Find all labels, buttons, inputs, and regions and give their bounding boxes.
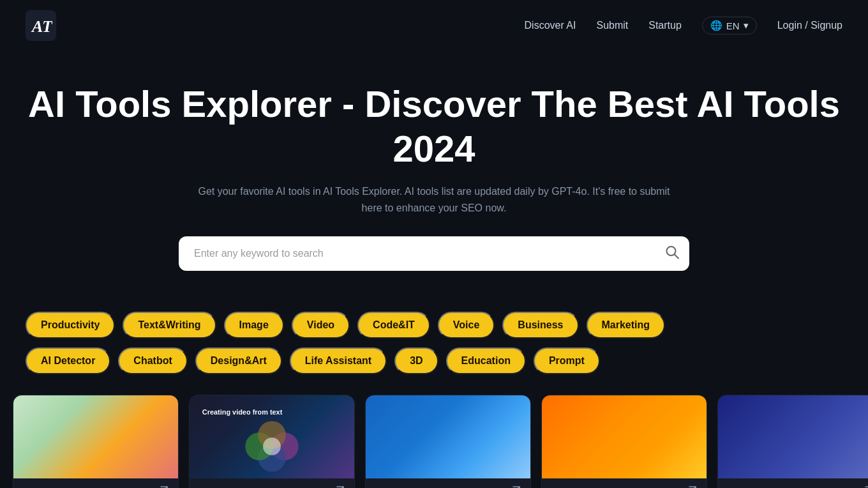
svg-line-2 bbox=[675, 255, 678, 259]
card-deepl[interactable]: DeepL# What is DeepL? DeepL is recognize… bbox=[717, 395, 868, 488]
search-container bbox=[179, 236, 689, 271]
card-thumbnail-sora: Creating video from text bbox=[190, 395, 354, 478]
logo[interactable]: AT bbox=[26, 10, 56, 41]
tag-ai-detector[interactable]: AI Detector bbox=[26, 347, 110, 374]
tag-prompt[interactable]: Prompt bbox=[534, 347, 600, 374]
tag-education[interactable]: Education bbox=[446, 347, 526, 374]
tag-text-writing[interactable]: Text&Writing bbox=[123, 312, 216, 339]
cards-section: OpenAI# What is OpenAI? OpenAI is a comp… bbox=[0, 374, 868, 488]
tag-voice[interactable]: Voice bbox=[438, 312, 495, 339]
tags-section: ProductivityText&WritingImageVideoCode&I… bbox=[0, 296, 868, 374]
tag-design-art[interactable]: Design&Art bbox=[195, 347, 282, 374]
card-gemini[interactable]: Gemini# What is Gemini? Gemini is a plat… bbox=[365, 395, 531, 488]
svg-point-10 bbox=[263, 438, 281, 455]
nav-startup[interactable]: Startup bbox=[648, 20, 682, 31]
card-openai[interactable]: OpenAI# What is OpenAI? OpenAI is a comp… bbox=[13, 395, 179, 488]
svg-text:Creating video from text: Creating video from text bbox=[202, 409, 283, 416]
svg-text:AT: AT bbox=[31, 17, 52, 36]
card-sora[interactable]: Creating video from textSora# What is So… bbox=[189, 395, 355, 488]
tag-productivity[interactable]: Productivity bbox=[26, 312, 115, 339]
tag-code-it[interactable]: Code&IT bbox=[357, 312, 430, 339]
tags-row-2: AI DetectorChatbotDesign&ArtLife Assista… bbox=[26, 347, 842, 374]
nav-submit[interactable]: Submit bbox=[596, 20, 628, 31]
tag-chatbot[interactable]: Chatbot bbox=[118, 347, 187, 374]
logo-icon: AT bbox=[26, 10, 56, 41]
card-adobe[interactable]: Adobe# What is Adobe? Adobe is a leading… bbox=[541, 395, 707, 488]
lang-label: EN bbox=[726, 20, 740, 31]
language-selector[interactable]: 🌐 EN ▾ bbox=[702, 17, 757, 34]
search-icon bbox=[665, 245, 679, 259]
card-thumbnail-gemini bbox=[366, 395, 530, 478]
tag-video[interactable]: Video bbox=[292, 312, 350, 339]
search-button[interactable] bbox=[665, 245, 679, 263]
hero-section: AI Tools Explorer - Discover The Best AI… bbox=[0, 51, 868, 296]
hero-title: AI Tools Explorer - Discover The Best AI… bbox=[26, 82, 842, 171]
navbar: AT Discover AI Submit Startup 🌐 EN ▾ Log… bbox=[0, 0, 868, 51]
card-thumbnail-adobe bbox=[542, 395, 707, 478]
nav-discover-ai[interactable]: Discover AI bbox=[525, 20, 576, 31]
search-input[interactable] bbox=[179, 236, 689, 271]
hero-subtitle: Get your favorite AI tools in AI Tools E… bbox=[191, 183, 677, 216]
tag-3d[interactable]: 3D bbox=[394, 347, 438, 374]
tag-life-assistant[interactable]: Life Assistant bbox=[290, 347, 387, 374]
login-signup-button[interactable]: Login / Signup bbox=[777, 20, 842, 31]
card-thumbnail-deepl bbox=[718, 395, 868, 478]
tag-image[interactable]: Image bbox=[224, 312, 284, 339]
card-thumbnail-openai bbox=[13, 395, 178, 478]
chevron-down-icon: ▾ bbox=[744, 20, 749, 31]
tag-marketing[interactable]: Marketing bbox=[587, 312, 666, 339]
nav-links: Discover AI Submit Startup 🌐 EN ▾ Login … bbox=[525, 17, 842, 34]
tag-business[interactable]: Business bbox=[502, 312, 578, 339]
globe-icon: 🌐 bbox=[710, 20, 722, 31]
tags-row-1: ProductivityText&WritingImageVideoCode&I… bbox=[26, 312, 842, 339]
